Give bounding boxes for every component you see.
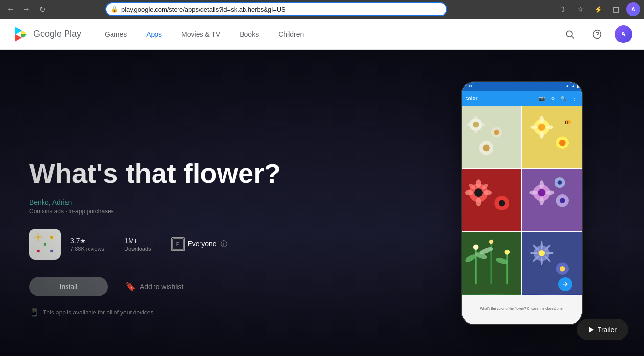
- user-avatar[interactable]: A: [615, 25, 632, 43]
- downloads-stat: 1M+ Downloads: [124, 237, 151, 251]
- browser-profile-avatar[interactable]: A: [626, 2, 640, 16]
- extensions-button[interactable]: ⚡: [591, 2, 605, 16]
- phone-battery-icon: ▮: [577, 84, 579, 88]
- trailer-button[interactable]: Trailer: [577, 319, 628, 340]
- phone-question-text: What's the color of the flower? Choose t…: [480, 307, 564, 310]
- svg-point-67: [540, 197, 544, 205]
- phone-app-icons: 📷 ⚙ 🔍 ⋮: [538, 95, 578, 103]
- svg-point-24: [39, 236, 42, 238]
- browser-nav-buttons: ← → ↻: [4, 2, 49, 16]
- flower-grid: [462, 106, 582, 295]
- svg-point-14: [50, 236, 53, 239]
- svg-point-89: [541, 257, 543, 265]
- svg-point-29: [473, 121, 479, 127]
- nav-movies[interactable]: Movies & TV: [174, 26, 228, 42]
- help-icon: [592, 29, 602, 39]
- wishlist-button[interactable]: 🔖 Add to wishlist: [115, 275, 193, 298]
- app-icon-image: [31, 230, 59, 258]
- content-rating-stat: E Everyone ⓘ: [171, 237, 227, 251]
- help-button[interactable]: [587, 24, 607, 44]
- svg-rect-83: [522, 232, 582, 294]
- svg-point-33: [483, 144, 490, 151]
- search-button[interactable]: [560, 24, 579, 44]
- content-rating-icon: E: [171, 237, 185, 251]
- flower-5-svg: [462, 232, 521, 294]
- split-view-button[interactable]: ◫: [609, 2, 622, 16]
- flower-cell-5: [462, 232, 521, 294]
- phone-settings-icon: ⚙: [549, 95, 556, 103]
- svg-point-88: [541, 241, 543, 250]
- svg-point-16: [37, 250, 40, 252]
- stat-divider-2: [161, 234, 161, 254]
- address-bar-container: 🔒 play.google.com/store/apps/details?id=…: [105, 2, 447, 16]
- svg-point-42: [559, 139, 566, 146]
- svg-point-22: [37, 238, 39, 241]
- flower-4-svg: [522, 169, 582, 231]
- svg-rect-38: [522, 106, 582, 168]
- svg-point-81: [489, 240, 493, 244]
- svg-point-68: [529, 190, 537, 194]
- bookmark-button[interactable]: ☆: [574, 2, 587, 16]
- address-bar[interactable]: play.google.com/store/apps/details?id=sk…: [121, 6, 442, 13]
- svg-point-57: [465, 190, 473, 195]
- gplay-header: Google Play Games Apps Movies & TV Books…: [0, 19, 644, 50]
- phone-question-area: What's the color of the flower? Choose t…: [462, 295, 582, 324]
- svg-point-31: [494, 129, 499, 135]
- rating-stat: 3.7★ 7.88K reviews: [70, 237, 104, 251]
- flower-6-svg: [522, 232, 582, 294]
- flower-1-svg: [462, 106, 521, 168]
- forward-button[interactable]: →: [20, 2, 33, 16]
- app-developer[interactable]: Benko, Adrian: [29, 198, 370, 206]
- phone-fab-icon: [562, 281, 569, 288]
- google-play-icon: [12, 25, 29, 43]
- device-icon: 📱: [29, 308, 39, 317]
- search-icon: [565, 29, 575, 39]
- phone-status-bar: 5:30 ▲ ▲ ▮: [462, 82, 582, 91]
- install-button[interactable]: Install: [29, 277, 108, 296]
- refresh-button[interactable]: ↻: [35, 2, 49, 16]
- review-count: 7.88K reviews: [70, 246, 104, 251]
- svg-point-35: [474, 128, 477, 133]
- flower-cell-1: [462, 106, 521, 168]
- svg-point-63: [538, 189, 545, 196]
- svg-point-21: [37, 233, 39, 236]
- share-button[interactable]: ⇧: [556, 2, 570, 16]
- rating-value: 3.7★: [70, 237, 86, 245]
- app-icon-thumbnail: [29, 229, 61, 260]
- app-screenshot-area: 5:30 ▲ ▲ ▮ color 📷 ⚙ 🔍 ⋮: [400, 50, 644, 356]
- gplay-logo-link[interactable]: Google Play: [12, 25, 81, 43]
- nav-children[interactable]: Children: [270, 26, 311, 42]
- svg-rect-27: [462, 106, 521, 168]
- back-button[interactable]: ←: [4, 2, 18, 16]
- svg-point-23: [34, 236, 37, 238]
- svg-point-66: [540, 180, 544, 188]
- svg-point-6: [566, 31, 572, 37]
- phone-search-icon: 🔍: [559, 95, 567, 103]
- svg-point-43: [540, 116, 544, 123]
- phone-camera-icon: 📷: [538, 95, 546, 103]
- gplay-nav: Games Apps Movies & TV Books Children: [97, 26, 560, 42]
- browser-chrome: ← → ↻ 🔒 play.google.com/store/apps/detai…: [0, 0, 644, 19]
- svg-point-54: [499, 200, 505, 206]
- svg-line-7: [572, 36, 574, 38]
- svg-point-40: [538, 124, 545, 131]
- flower-cell-6: [522, 232, 582, 294]
- phone-menu-icon: ⋮: [570, 95, 578, 103]
- svg-point-85: [538, 250, 545, 256]
- bookmark-icon: 🔖: [125, 281, 136, 292]
- nav-games[interactable]: Games: [97, 26, 134, 42]
- nav-apps[interactable]: Apps: [138, 26, 170, 42]
- phone-fab: [558, 277, 572, 291]
- svg-point-46: [546, 125, 553, 129]
- nav-books[interactable]: Books: [232, 26, 266, 42]
- device-notice-text: This app is available for all of your de…: [43, 309, 153, 316]
- svg-point-90: [530, 252, 538, 254]
- svg-point-55: [476, 179, 481, 188]
- svg-point-45: [530, 125, 537, 129]
- svg-point-56: [476, 198, 481, 206]
- content-rating-label: Everyone ⓘ: [188, 240, 227, 249]
- phone-screen: 5:30 ▲ ▲ ▮ color 📷 ⚙ 🔍 ⋮: [462, 82, 582, 324]
- app-hero: What's that flower? Benko, Adrian Contai…: [0, 50, 644, 356]
- gplay-logo-text: Google Play: [33, 29, 81, 39]
- content-rating-info-icon[interactable]: ⓘ: [221, 240, 227, 248]
